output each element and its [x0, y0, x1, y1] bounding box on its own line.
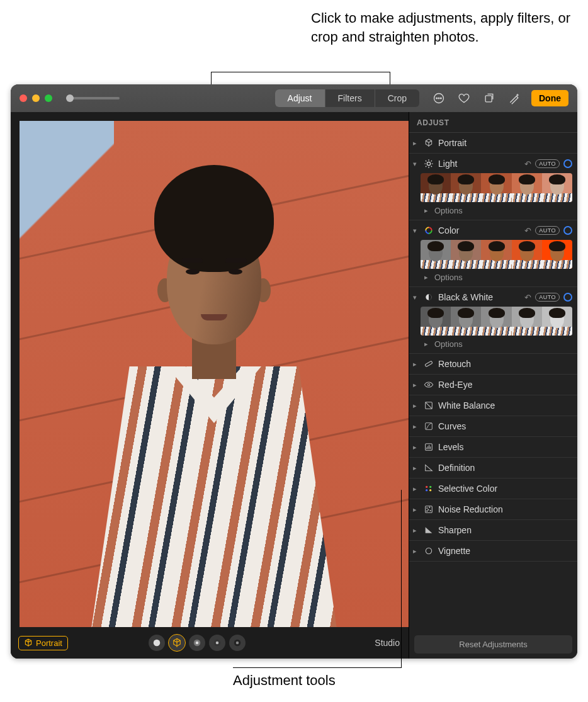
chevron-right-icon: ▸: [410, 381, 419, 389]
row-label: Vignette: [438, 546, 470, 556]
chevron-right-icon: ▸: [410, 360, 419, 368]
photo-preview[interactable]: [20, 121, 409, 627]
tab-crop[interactable]: Crop: [375, 89, 419, 107]
circle-icon: [423, 545, 434, 557]
svg-rect-4: [485, 96, 492, 102]
chevron-right-icon: ▸: [410, 402, 419, 410]
done-button[interactable]: Done: [531, 90, 568, 106]
light-thumbs[interactable]: [421, 173, 572, 202]
row-label: Sharpen: [438, 525, 472, 535]
row-label: Levels: [438, 442, 463, 452]
portrait-badge[interactable]: Portrait: [18, 636, 68, 650]
zoom-slider-knob[interactable]: [66, 94, 74, 102]
undo-icon[interactable]: ↶: [524, 159, 531, 169]
toggle-ring[interactable]: [563, 159, 572, 168]
row-selcolor[interactable]: ▸ Selective Color: [409, 478, 577, 499]
auto-button[interactable]: AUTO: [535, 293, 560, 302]
undo-icon[interactable]: ↶: [524, 293, 531, 302]
options-label: Options: [434, 273, 463, 282]
undo-icon[interactable]: ↶: [524, 226, 531, 235]
row-definition[interactable]: ▸ Definition: [409, 458, 577, 478]
enhance-icon[interactable]: [506, 90, 523, 106]
tab-filters[interactable]: Filters: [325, 89, 375, 107]
window-zoom-button[interactable]: [45, 94, 52, 102]
chevron-right-icon: ▸: [410, 464, 419, 472]
row-sharpen[interactable]: ▸ Sharpen: [409, 520, 577, 541]
svg-point-23: [429, 489, 431, 491]
callout-line-bottom: [401, 490, 402, 667]
row-vignette[interactable]: ▸ Vignette: [409, 541, 577, 562]
lighting-natural[interactable]: [149, 635, 165, 651]
triangle-icon: [423, 462, 434, 473]
svg-point-5: [154, 640, 161, 647]
zoom-slider[interactable]: [66, 97, 120, 99]
svg-point-16: [427, 383, 429, 385]
options-toggle[interactable]: ▸ Options: [410, 271, 572, 282]
curves-icon: [423, 421, 434, 432]
sidebar-title: ADJUST: [409, 112, 577, 133]
row-bw[interactable]: ▾ Black & White ↶ AUTO: [409, 287, 577, 354]
bandaid-icon: [423, 358, 434, 370]
chevron-right-icon: ▸: [410, 506, 419, 514]
window-minimize-button[interactable]: [32, 94, 40, 102]
tab-adjust[interactable]: Adjust: [275, 89, 325, 107]
color-thumbs[interactable]: [421, 240, 572, 269]
titlebar: Adjust Filters Crop Done: [11, 84, 577, 112]
options-toggle[interactable]: ▸ Options: [410, 338, 572, 349]
cube-icon: [423, 137, 434, 149]
reset-adjustments-button[interactable]: Reset Adjustments: [414, 635, 572, 654]
row-light[interactable]: ▾ Light ↶ AUTO: [409, 154, 577, 220]
row-retouch[interactable]: ▸ Retouch: [409, 354, 577, 375]
sun-icon: [423, 158, 434, 169]
favorite-icon[interactable]: [456, 90, 472, 106]
rotate-icon[interactable]: [481, 90, 497, 106]
row-curves[interactable]: ▸ Curves: [409, 416, 577, 437]
bw-thumbs[interactable]: [421, 307, 572, 336]
lighting-contour[interactable]: [189, 635, 205, 651]
svg-point-27: [428, 509, 429, 510]
row-label: Portrait: [438, 138, 466, 148]
svg-point-22: [426, 489, 427, 491]
chevron-right-icon: ▸: [410, 485, 419, 493]
auto-button[interactable]: AUTO: [535, 226, 560, 235]
chevron-right-icon: ▸: [422, 340, 431, 348]
svg-point-1: [436, 98, 438, 99]
svg-point-30: [426, 548, 431, 553]
svg-point-9: [216, 642, 219, 645]
svg-point-28: [430, 510, 431, 511]
options-toggle[interactable]: ▸ Options: [410, 205, 572, 215]
toggle-ring[interactable]: [563, 226, 572, 235]
svg-point-26: [429, 507, 430, 507]
dots-icon: [423, 483, 434, 494]
more-icon[interactable]: [431, 90, 447, 106]
row-redeye[interactable]: ▸ Red-Eye: [409, 375, 577, 395]
svg-point-25: [427, 507, 427, 508]
toggle-ring[interactable]: [563, 293, 572, 302]
canvas-footer: Portrait Studio: [11, 627, 409, 659]
edit-mode-tabs: Adjust Filters Crop: [275, 89, 419, 107]
traffic-lights: [20, 94, 52, 102]
lighting-stage[interactable]: [209, 635, 225, 651]
row-label: Definition: [438, 463, 475, 473]
row-noise[interactable]: ▸ Noise Reduction: [409, 499, 577, 520]
svg-point-20: [426, 486, 427, 488]
chevron-right-icon: ▸: [410, 422, 419, 431]
callout-top: Click to make adjustments, apply filters…: [311, 9, 588, 46]
toolbar-right: Done: [431, 90, 568, 106]
lighting-studio[interactable]: [169, 635, 185, 651]
chevron-down-icon: ▾: [410, 227, 419, 235]
chevron-right-icon: ▸: [410, 526, 419, 535]
auto-button[interactable]: AUTO: [535, 159, 560, 168]
svg-point-3: [441, 98, 442, 99]
svg-point-2: [438, 98, 439, 99]
window-close-button[interactable]: [20, 94, 27, 102]
row-portrait[interactable]: ▸ Portrait: [409, 133, 577, 154]
row-label: White Balance: [438, 400, 495, 410]
options-label: Options: [434, 339, 463, 349]
callout-line-bottom-hz: [233, 667, 402, 668]
row-color[interactable]: ▾ Color ↶ AUTO: [409, 220, 577, 287]
row-wb[interactable]: ▸ White Balance: [409, 395, 577, 416]
row-levels[interactable]: ▸ Levels: [409, 437, 577, 458]
options-label: Options: [434, 206, 463, 215]
lighting-stage-mono[interactable]: [229, 635, 246, 651]
